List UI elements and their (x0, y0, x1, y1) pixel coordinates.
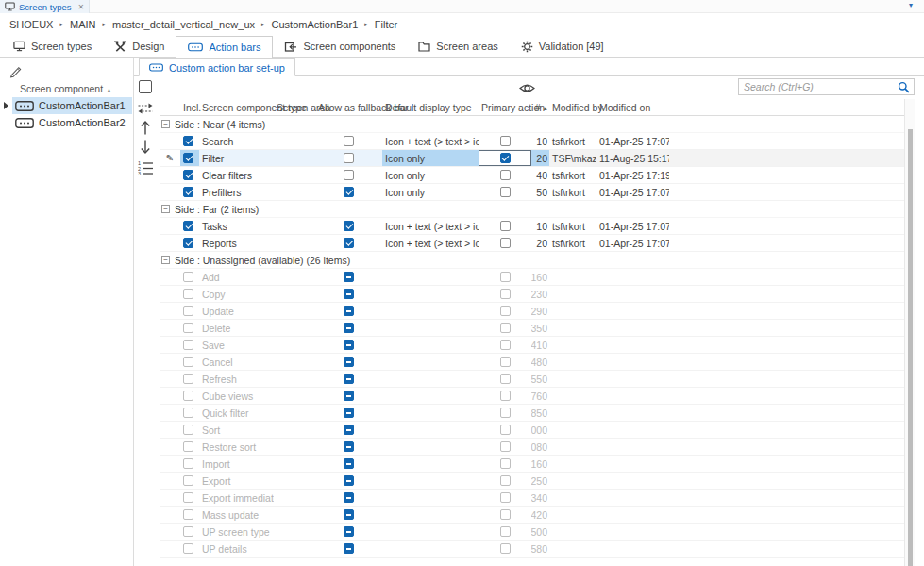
component-type-cell[interactable]: Delete (199, 320, 274, 336)
incl-cell[interactable] (180, 490, 199, 506)
table-row[interactable]: Restore sort 1080 (160, 439, 904, 456)
fallback-checkbox[interactable] (344, 153, 354, 163)
table-row[interactable]: Add 160 (160, 269, 904, 286)
display-type-cell[interactable] (382, 388, 479, 404)
primary-checkbox[interactable] (500, 441, 511, 452)
incl-checkbox[interactable] (183, 441, 193, 452)
fallback-cell[interactable] (315, 337, 382, 353)
primary-action-cell[interactable] (479, 422, 531, 438)
primary-action-cell[interactable] (479, 524, 531, 540)
search-icon[interactable] (898, 81, 910, 93)
primary-action-cell[interactable] (479, 167, 531, 183)
primary-checkbox[interactable] (500, 306, 511, 316)
display-type-cell[interactable] (382, 405, 479, 421)
table-row[interactable]: Mass update 1420 (160, 507, 904, 524)
incl-cell[interactable] (180, 269, 199, 285)
component-type-cell[interactable]: Prefilters (199, 184, 274, 200)
incl-cell[interactable] (180, 524, 199, 540)
incl-cell[interactable] (180, 422, 199, 438)
primary-action-cell[interactable] (479, 405, 531, 421)
display-type-cell[interactable] (382, 371, 479, 387)
group-header-row[interactable]: − Side : Far (2 items) (160, 201, 904, 218)
fallback-cell[interactable] (315, 422, 382, 438)
primary-checkbox[interactable] (500, 170, 511, 180)
breadcrumb-item[interactable]: MAIN (70, 19, 96, 30)
ribbon-tab-screen-components[interactable]: Screen components (273, 36, 407, 57)
display-type-cell[interactable]: Icon only (382, 167, 479, 183)
incl-cell[interactable] (180, 218, 199, 234)
primary-checkbox[interactable] (500, 374, 511, 384)
primary-action-cell[interactable] (479, 286, 531, 302)
display-type-cell[interactable]: Icon + text (> text > icon) (382, 133, 479, 149)
fallback-cell[interactable] (315, 371, 382, 387)
display-type-cell[interactable] (382, 269, 479, 285)
screen-area-cell[interactable] (274, 218, 315, 234)
ribbon-tab-design[interactable]: Design (103, 36, 176, 57)
ribbon-tab-validation[interactable]: Validation [49] (510, 36, 615, 57)
primary-checkbox[interactable] (500, 424, 511, 435)
table-row[interactable]: UP details 1580 (160, 541, 904, 558)
incl-checkbox[interactable] (183, 458, 193, 469)
primary-action-cell[interactable] (479, 337, 531, 353)
display-type-cell[interactable] (382, 456, 479, 472)
display-type-cell[interactable] (382, 541, 479, 557)
fallback-cell[interactable] (315, 303, 382, 319)
renumber-button[interactable]: 1 2 3 (138, 160, 154, 175)
component-type-cell[interactable]: Export (199, 473, 274, 489)
column-header-screen-component-type[interactable]: Screen component type (199, 102, 274, 113)
fallback-checkbox[interactable] (344, 374, 354, 384)
fallback-checkbox[interactable] (344, 408, 354, 418)
primary-checkbox[interactable] (500, 221, 511, 231)
table-row[interactable]: Tasks Icon + text (> text > icon) 10 tsf… (160, 218, 904, 235)
primary-checkbox[interactable] (500, 272, 511, 282)
primary-checkbox[interactable] (500, 475, 511, 486)
fallback-cell[interactable] (315, 269, 382, 285)
display-type-cell[interactable] (382, 303, 479, 319)
incl-checkbox[interactable] (183, 509, 193, 520)
table-row[interactable]: Save 410 (160, 337, 904, 354)
display-type-cell[interactable] (382, 524, 479, 540)
primary-checkbox[interactable] (500, 509, 511, 520)
table-row[interactable]: Refresh 550 (160, 371, 904, 388)
display-type-cell[interactable] (382, 422, 479, 438)
vertical-scrollbar[interactable] (904, 99, 915, 566)
screen-area-cell[interactable] (274, 235, 315, 251)
component-type-cell[interactable]: Import (199, 456, 274, 472)
primary-checkbox[interactable] (500, 289, 511, 299)
fallback-checkbox[interactable] (344, 323, 354, 333)
table-row[interactable]: Sort 1000 (160, 422, 904, 439)
incl-cell[interactable] (180, 235, 199, 251)
primary-checkbox[interactable] (500, 136, 511, 146)
table-row[interactable]: Prefilters Icon only 50 tsf\rkort 01-Apr… (160, 184, 904, 201)
component-type-cell[interactable]: Cancel (199, 354, 274, 370)
primary-checkbox[interactable] (500, 543, 511, 554)
screen-area-cell[interactable] (274, 286, 315, 302)
component-type-cell[interactable]: Tasks (199, 218, 274, 234)
primary-checkbox[interactable] (500, 492, 511, 503)
fallback-cell[interactable] (315, 524, 382, 540)
primary-action-cell[interactable] (479, 371, 531, 387)
move-down-button[interactable] (140, 139, 151, 155)
primary-action-cell[interactable] (479, 269, 531, 285)
table-row[interactable]: ✎ Filter Icon only 20 TSF\mkazanc 11-Aug… (160, 150, 904, 167)
primary-checkbox[interactable] (500, 238, 511, 248)
primary-action-cell[interactable] (479, 184, 531, 200)
fallback-cell[interactable] (315, 388, 382, 404)
fallback-checkbox[interactable] (344, 306, 354, 316)
column-header-modified-by[interactable]: Modified by (549, 102, 596, 113)
incl-cell[interactable] (180, 337, 199, 353)
fallback-checkbox[interactable] (344, 543, 354, 554)
fallback-checkbox[interactable] (344, 475, 354, 486)
incl-checkbox[interactable] (183, 492, 193, 503)
fallback-checkbox[interactable] (344, 238, 354, 248)
fallback-checkbox[interactable] (344, 340, 354, 350)
component-type-cell[interactable]: Cube views (199, 388, 274, 404)
primary-action-cell[interactable] (479, 388, 531, 404)
column-header-allow-as-fallback-bar[interactable]: Allow as fallback bar (315, 102, 382, 113)
select-all-button[interactable] (139, 80, 152, 93)
breadcrumb-item[interactable]: CustomActionBar1 (272, 19, 359, 30)
component-type-cell[interactable]: Save (199, 337, 274, 353)
ribbon-tab-action-bars[interactable]: Action bars (176, 36, 273, 58)
fallback-cell[interactable] (315, 473, 382, 489)
screen-area-cell[interactable] (274, 456, 315, 472)
